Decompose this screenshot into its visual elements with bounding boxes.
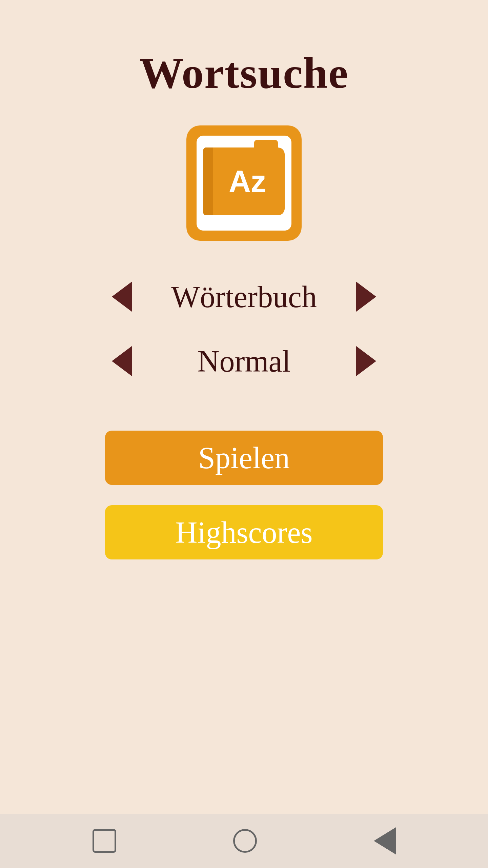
book-icon-text: Az [229,164,266,199]
chevron-right-icon-2 [356,346,376,376]
difficulty-prev-button[interactable] [105,339,139,383]
book-spine [203,147,213,215]
app-icon-inner: Az [197,136,291,231]
nav-back-icon [374,827,396,854]
buttons-section: Spielen Highscores [0,431,488,559]
chevron-left-icon [112,281,132,312]
nav-home-button[interactable] [233,829,257,853]
dictionary-next-button[interactable] [349,275,383,319]
dictionary-selector-row: Wörterbuch [105,275,383,319]
dictionary-prev-button[interactable] [105,275,139,319]
book-cover: Az [203,147,285,215]
nav-square-icon [93,829,116,853]
play-button[interactable]: Spielen [105,431,383,485]
chevron-left-icon-2 [112,346,132,376]
nav-back-button[interactable] [374,827,396,854]
nav-bar [0,814,488,868]
highscores-button[interactable]: Highscores [105,505,383,559]
difficulty-selector-label: Normal [139,344,349,379]
main-content: Wortsuche Az Wörterbuch Normal [0,0,488,814]
app-title: Wortsuche [139,47,348,98]
difficulty-selector-row: Normal [105,339,383,383]
difficulty-next-button[interactable] [349,339,383,383]
nav-circle-icon [233,829,257,853]
app-icon-container: Az [186,125,302,241]
nav-recent-button[interactable] [93,829,116,853]
book-icon: Az [203,147,285,219]
chevron-right-icon [356,281,376,312]
dictionary-selector-label: Wörterbuch [139,279,349,314]
